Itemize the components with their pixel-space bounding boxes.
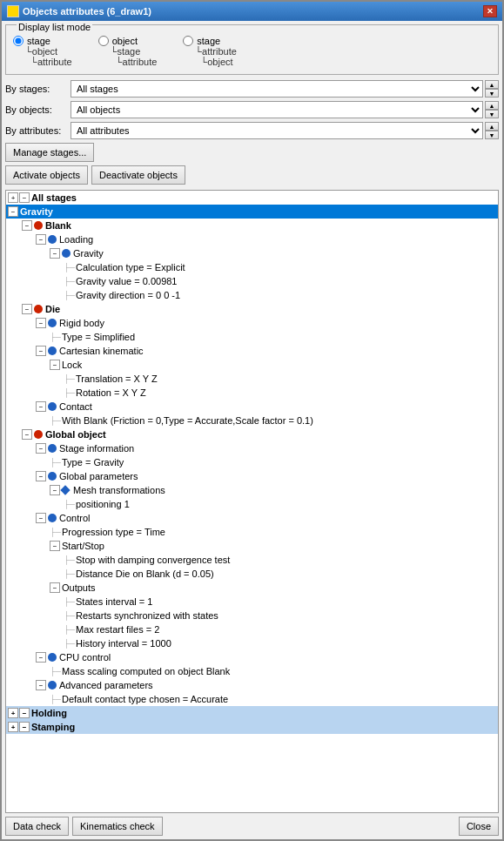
blue-dot-icon-cpu-ctrl	[48, 653, 57, 662]
collapse-icon-stamping-stage[interactable]: −	[19, 722, 30, 732]
kinematics-check-button[interactable]: Kinematics check	[72, 817, 163, 836]
leaf-line-max-restart: ├─	[64, 625, 76, 634]
collapse-icon-rigid-body[interactable]: −	[36, 318, 46, 328]
attributes-down-btn[interactable]: ▼	[485, 131, 499, 139]
tree-row-rotation[interactable]: ├─Rotation = X Y Z	[6, 386, 498, 400]
tree-row-gravity-stage[interactable]: −Gravity	[6, 205, 498, 219]
tree-row-max-restart[interactable]: ├─Max restart files = 2	[6, 622, 498, 636]
tree-text-adv-params: Advanced parameters	[59, 680, 153, 690]
tree-row-stop-damp[interactable]: ├─Stop with damping convergence test	[6, 553, 498, 567]
tree-row-gravity-attr[interactable]: −Gravity	[6, 246, 498, 260]
tree-row-rigid-body[interactable]: −Rigid body	[6, 316, 498, 330]
tree-row-states-int[interactable]: ├─States interval = 1	[6, 595, 498, 609]
tree-row-blank-obj[interactable]: −Blank	[6, 219, 498, 232]
objects-select[interactable]: All objects	[71, 101, 483, 118]
tree-row-all-stages[interactable]: +−All stages	[6, 191, 498, 205]
tree-row-lock[interactable]: −Lock	[6, 358, 498, 372]
tree-text-gravity-stage: Gravity	[20, 206, 53, 217]
collapse-icon-all-stages[interactable]: −	[19, 192, 30, 203]
tree-text-max-restart: Max restart files = 2	[76, 624, 159, 635]
tree-row-control[interactable]: −Control	[6, 511, 498, 525]
tree-row-default-contact[interactable]: ├─Default contact type chosen = Accurate	[6, 692, 498, 706]
collapse-icon-control[interactable]: −	[36, 513, 46, 523]
tree-row-outputs[interactable]: −Outputs	[6, 581, 498, 595]
tree-row-cart-kin[interactable]: −Cartesian kinematic	[6, 344, 498, 358]
tree-row-type-simplified[interactable]: ├─Type = Simplified	[6, 330, 498, 344]
tree-row-start-stop[interactable]: −Start/Stop	[6, 539, 498, 553]
collapse-icon-start-stop[interactable]: −	[50, 541, 60, 551]
collapse-icon-contact[interactable]: −	[36, 401, 46, 412]
collapse-icon-stage-info[interactable]: −	[36, 443, 46, 454]
mode-radio-1[interactable]	[13, 36, 24, 46]
leaf-line-default-contact: ├─	[50, 695, 62, 703]
collapse-icon-outputs[interactable]: −	[50, 582, 60, 593]
tree-row-dist-die[interactable]: ├─Distance Die on Blank (d = 0.05)	[6, 567, 498, 581]
expand-icon-all-stages[interactable]: +	[8, 192, 18, 203]
tree-row-grav-dir[interactable]: ├─Gravity direction = 0 0 -1	[6, 288, 498, 302]
tree-row-history-int[interactable]: ├─History interval = 1000	[6, 636, 498, 650]
tree-row-contact[interactable]: −Contact	[6, 400, 498, 414]
tree-row-calc-type[interactable]: ├─Calculation type = Explicit	[6, 260, 498, 274]
tree-row-prog-type[interactable]: ├─Progression type = Time	[6, 525, 498, 539]
stages-label: By stages:	[5, 84, 71, 94]
attributes-select[interactable]: All attributes	[71, 122, 483, 139]
tree-row-holding-stage[interactable]: +−Holding	[6, 706, 498, 720]
collapse-icon-gravity-attr[interactable]: −	[50, 248, 60, 259]
objects-down-btn[interactable]: ▼	[485, 110, 499, 118]
tree-row-mass-scaling[interactable]: ├─Mass scaling computed on object Blank	[6, 664, 498, 678]
stages-select[interactable]: All stages	[71, 80, 483, 98]
collapse-icon-global-obj[interactable]: −	[22, 429, 32, 440]
collapse-icon-loading[interactable]: −	[36, 234, 46, 245]
tree-row-stage-info[interactable]: −Stage information	[6, 441, 498, 455]
activate-objects-button[interactable]: Activate objects	[5, 165, 88, 185]
tree-text-die-obj: Die	[45, 304, 60, 314]
data-check-button[interactable]: Data check	[5, 817, 69, 836]
collapse-icon-cpu-ctrl[interactable]: −	[36, 652, 46, 663]
tree-row-contact-val[interactable]: ├─With Blank (Friction = 0,Type = Accura…	[6, 414, 498, 427]
mode-radio-2[interactable]	[98, 36, 109, 46]
tree-text-loading: Loading	[59, 234, 93, 245]
tree-row-cpu-ctrl[interactable]: −CPU control	[6, 650, 498, 664]
tree-row-adv-params[interactable]: −Advanced parameters	[6, 678, 498, 692]
deactivate-objects-button[interactable]: Deactivate objects	[91, 165, 185, 185]
tree-text-stamping-stage: Stamping	[31, 722, 75, 732]
leaf-line-grav-dir: ├─	[64, 291, 76, 299]
stages-down-btn[interactable]: ▼	[485, 89, 499, 98]
collapse-icon-holding-stage[interactable]: −	[19, 708, 30, 718]
expand-icon-holding-stage[interactable]: +	[8, 708, 18, 718]
attributes-up-btn[interactable]: ▲	[485, 122, 499, 131]
tree-row-type-gravity[interactable]: ├─Type = Gravity	[6, 455, 498, 469]
tree-row-restarts[interactable]: ├─Restarts synchronized with states	[6, 609, 498, 622]
stages-up-btn[interactable]: ▲	[485, 80, 499, 89]
tree-row-positioning[interactable]: ├─positioning 1	[6, 497, 498, 511]
attributes-filter-row: By attributes: All attributes ▲ ▼	[5, 122, 499, 139]
collapse-icon-die-obj[interactable]: −	[22, 304, 32, 314]
bottom-close-button[interactable]: Close	[459, 817, 499, 836]
tree-row-die-obj[interactable]: −Die	[6, 302, 498, 316]
expand-icon-stamping-stage[interactable]: +	[8, 722, 18, 732]
tree-view[interactable]: +−All stages−Gravity−Blank−Loading−Gravi…	[5, 190, 499, 813]
tree-row-translation[interactable]: ├─Translation = X Y Z	[6, 372, 498, 386]
leaf-line-stop-damp: ├─	[64, 555, 76, 564]
mode-sub2-3: └object	[195, 57, 237, 67]
leaf-line-history-int: ├─	[64, 639, 76, 648]
collapse-icon-adv-params[interactable]: −	[36, 680, 46, 690]
collapse-icon-gravity-stage[interactable]: −	[8, 206, 18, 217]
tree-row-loading[interactable]: −Loading	[6, 232, 498, 246]
close-button[interactable]: ✕	[483, 5, 497, 17]
tree-row-mesh-trans[interactable]: −Mesh transformations	[6, 483, 498, 497]
manage-stages-button[interactable]: Manage stages...	[5, 143, 94, 162]
objects-arrows: ▲ ▼	[485, 101, 499, 118]
collapse-icon-blank-obj[interactable]: −	[22, 220, 32, 231]
collapse-icon-lock[interactable]: −	[50, 360, 60, 370]
collapse-icon-cart-kin[interactable]: −	[36, 346, 46, 356]
mode-radio-3[interactable]	[183, 36, 193, 46]
tree-row-stamping-stage[interactable]: +−Stamping	[6, 720, 498, 734]
collapse-icon-mesh-trans[interactable]: −	[50, 485, 60, 495]
tree-text-holding-stage: Holding	[31, 708, 67, 718]
objects-up-btn[interactable]: ▲	[485, 101, 499, 110]
tree-row-global-obj[interactable]: −Global object	[6, 427, 498, 441]
tree-row-grav-value[interactable]: ├─Gravity value = 0.00981	[6, 274, 498, 288]
tree-row-global-params[interactable]: −Global parameters	[6, 469, 498, 483]
collapse-icon-global-params[interactable]: −	[36, 471, 46, 481]
